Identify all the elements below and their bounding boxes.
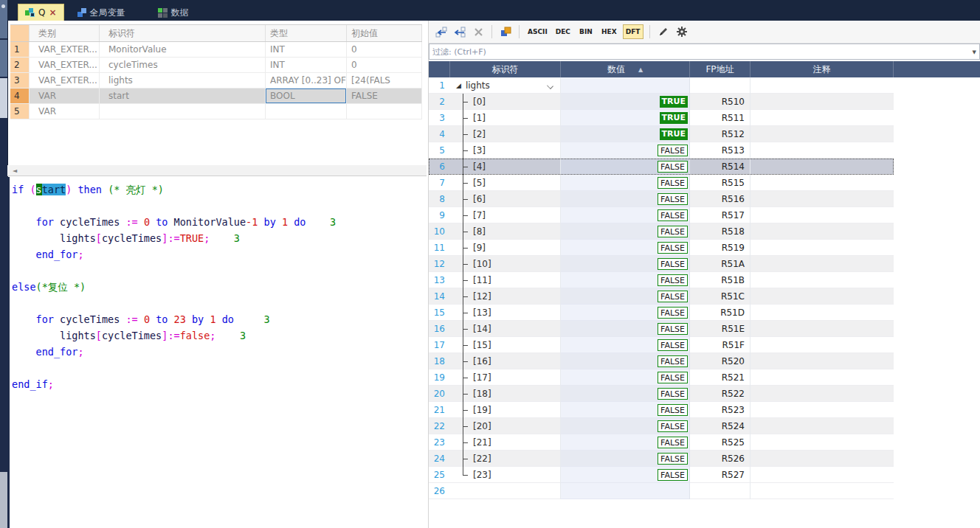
cascade-icon[interactable] [498,24,513,40]
comment-cell[interactable] [750,467,894,483]
table-row[interactable]: 15 [13] FALSE R51D [429,305,894,321]
col-header-class[interactable]: 类别 [30,25,100,41]
comment-cell[interactable] [750,434,894,451]
format-dft-button[interactable]: DFT [623,24,643,39]
value-badge[interactable]: FALSE [658,193,688,205]
comment-cell[interactable] [750,353,894,369]
tab-global-variables[interactable]: 全局变量 [70,4,132,21]
col-header-value[interactable]: 数值▲ [561,61,690,77]
value-badge[interactable]: FALSE [658,339,688,351]
value-badge[interactable]: TRUE [660,112,688,124]
comment-cell[interactable] [750,272,894,288]
value-badge[interactable]: FALSE [658,355,688,367]
horizontal-scrollbar[interactable]: ◄ [7,165,427,176]
tab-program-q[interactable]: Q × [18,4,64,21]
scroll-left-icon[interactable]: ◄ [13,167,17,174]
value-badge[interactable]: FALSE [658,242,688,254]
comment-cell[interactable] [750,418,894,434]
table-row[interactable]: 21 [19] FALSE R523 [429,402,894,418]
format-bin-button[interactable]: BIN [576,24,596,40]
table-row[interactable]: 9 [7] FALSE R517 [429,207,894,223]
collapsed-panel-tab[interactable] [0,0,7,38]
value-badge[interactable]: TRUE [660,96,688,108]
delete-icon[interactable] [471,24,486,40]
tab-data[interactable]: 数据 [151,4,196,21]
comment-cell[interactable] [750,256,894,272]
table-row[interactable]: 24 [22] FALSE R526 [429,451,894,467]
comment-cell[interactable] [750,369,894,386]
comment-cell[interactable] [750,110,894,126]
value-badge[interactable]: FALSE [658,291,688,302]
table-row[interactable]: 6 [4] FALSE R514 [429,159,894,175]
settings-gear-icon[interactable] [674,24,689,40]
table-row[interactable]: 5 VAR [10,104,422,119]
comment-cell[interactable] [750,240,894,256]
comment-cell[interactable] [750,191,894,207]
table-row[interactable]: 19 [17] FALSE R521 [429,369,894,386]
value-badge[interactable]: FALSE [658,274,688,286]
comment-cell[interactable] [750,386,894,402]
table-row[interactable]: 16 [14] FALSE R51E [429,321,894,337]
table-row[interactable]: 7 [5] FALSE R515 [429,175,894,191]
format-ascii-button[interactable]: ASCII [525,24,550,40]
table-row[interactable]: 14 [12] FALSE R51C [429,288,894,305]
value-badge[interactable]: FALSE [658,420,688,432]
table-row[interactable]: 18 [16] FALSE R520 [429,353,894,369]
close-icon[interactable]: × [49,7,56,18]
comment-cell[interactable] [750,94,894,110]
value-badge[interactable]: FALSE [658,372,688,383]
comment-cell[interactable] [750,337,894,353]
table-row[interactable]: 25 [23] FALSE R527 [429,467,894,483]
value-badge[interactable]: FALSE [658,258,688,270]
value-badge[interactable]: FALSE [658,388,688,400]
comment-cell[interactable] [750,321,894,337]
table-row[interactable]: 2 [0] TRUE R510 [429,94,894,110]
type-edit-cell[interactable]: BOOL [266,88,347,104]
value-badge[interactable]: FALSE [658,161,688,173]
comment-cell[interactable] [750,402,894,418]
value-badge[interactable]: FALSE [658,177,688,189]
col-header-fp-address[interactable]: FP地址 [690,61,750,77]
value-badge[interactable]: FALSE [658,209,688,221]
collapsed-panel-tab[interactable] [0,78,7,118]
table-row[interactable]: 8 [6] FALSE R516 [429,191,894,207]
comment-cell[interactable] [750,305,894,321]
value-badge[interactable]: FALSE [658,469,688,481]
value-badge[interactable]: FALSE [658,226,688,237]
comment-cell[interactable] [750,451,894,467]
group-name[interactable]: lights [466,80,490,91]
comment-cell[interactable] [750,223,894,240]
col-header-initial[interactable]: 初始值 [347,25,422,41]
comment-cell[interactable] [750,142,894,159]
value-badge[interactable]: FALSE [658,404,688,416]
value-badge[interactable]: FALSE [658,145,688,156]
edit-pencil-icon[interactable] [656,24,671,40]
table-row-selected[interactable]: 4 VAR start BOOL FALSE [10,88,422,104]
table-row[interactable]: 12 [10] FALSE R51A [429,256,894,272]
table-row[interactable]: 1 VAR_EXTER... MonitorValue INT 0 [10,42,422,58]
table-row[interactable]: 5 [3] FALSE R513 [429,142,894,159]
value-badge[interactable]: FALSE [658,437,688,448]
table-row[interactable]: 20 [18] FALSE R522 [429,386,894,402]
table-row[interactable]: 22 [20] FALSE R524 [429,418,894,434]
value-badge[interactable]: FALSE [658,453,688,465]
table-row[interactable]: 17 [15] FALSE R51F [429,337,894,353]
comment-cell[interactable] [750,159,894,175]
insert-after-icon[interactable] [452,24,467,40]
comment-cell[interactable] [750,207,894,223]
empty-row[interactable]: 26 [429,483,894,499]
table-row[interactable]: 2 VAR_EXTER... cycleTimes INT 0 [10,58,422,73]
table-row[interactable]: 11 [9] FALSE R519 [429,240,894,256]
insert-before-icon[interactable] [434,24,449,40]
table-row[interactable]: 13 [11] FALSE R51B [429,272,894,288]
col-header-type[interactable]: 类型 [266,25,347,41]
value-badge[interactable]: FALSE [658,307,688,319]
table-row[interactable]: 10 [8] FALSE R518 [429,223,894,240]
group-row-lights[interactable]: 1 ◢ lights [429,77,894,94]
format-dec-button[interactable]: DEC [553,24,573,40]
value-badge[interactable]: FALSE [658,323,688,335]
comment-cell[interactable] [750,288,894,305]
table-row[interactable]: 23 [21] FALSE R525 [429,434,894,451]
code-editor[interactable]: if (start) then (* 亮灯 *) for cycleTimes … [7,177,427,528]
table-row[interactable]: 4 [2] TRUE R512 [429,126,894,142]
